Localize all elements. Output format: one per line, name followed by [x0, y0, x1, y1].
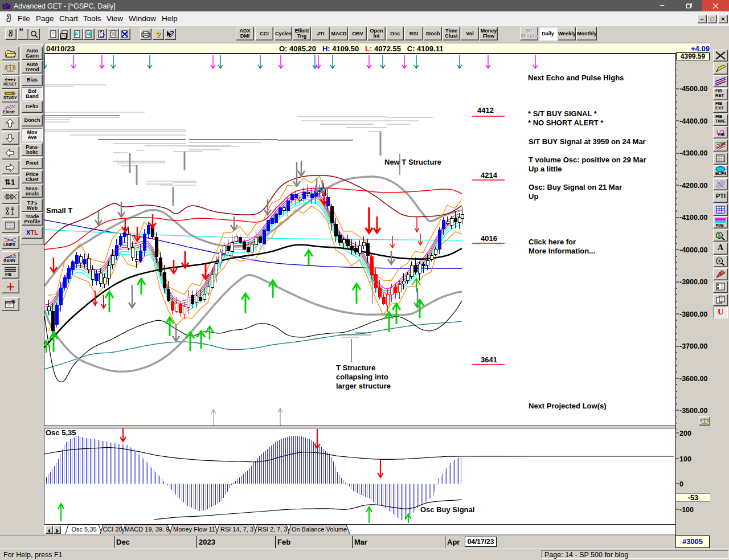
- svg-text:CCI 20: CCI 20: [103, 526, 122, 533]
- svg-text:-3600.00: -3600.00: [679, 375, 707, 383]
- svg-text:-3800.00: -3800.00: [679, 310, 707, 318]
- svg-text:-4500.00: -4500.00: [679, 85, 707, 93]
- svg-text:MACD 19, 39, 9: MACD 19, 39, 9: [125, 526, 169, 533]
- svg-text:RSI 2, 7, 3: RSI 2, 7, 3: [258, 526, 288, 533]
- svg-text:$: $: [718, 232, 721, 239]
- svg-text:100: 100: [679, 455, 691, 463]
- svg-text:FIB: FIB: [718, 133, 724, 137]
- svg-text:RSI 14, 7, 3: RSI 14, 7, 3: [220, 526, 253, 533]
- svg-text:Money Flow 11: Money Flow 11: [173, 526, 215, 533]
- svg-text:MOB: MOB: [716, 223, 724, 227]
- svg-text:-3900.00: -3900.00: [679, 278, 707, 286]
- svg-text:-100: -100: [679, 506, 694, 514]
- svg-text:200: 200: [679, 430, 691, 438]
- svg-text:-4300.00: -4300.00: [679, 149, 707, 157]
- svg-text:-3700.00: -3700.00: [679, 342, 707, 350]
- svg-text:0: 0: [679, 480, 683, 488]
- svg-text:-4400.00: -4400.00: [679, 117, 707, 125]
- svg-text:-4000.00: -4000.00: [679, 246, 707, 254]
- svg-text:-4100.00: -4100.00: [679, 214, 707, 222]
- svg-text:-3500.00: -3500.00: [679, 407, 707, 415]
- svg-text:ELIPS: ELIPS: [715, 171, 726, 175]
- svg-text:-4200.00: -4200.00: [679, 182, 707, 190]
- svg-text:On Balance Volume: On Balance Volume: [292, 526, 347, 533]
- svg-text:Osc 5,35: Osc 5,35: [71, 526, 96, 533]
